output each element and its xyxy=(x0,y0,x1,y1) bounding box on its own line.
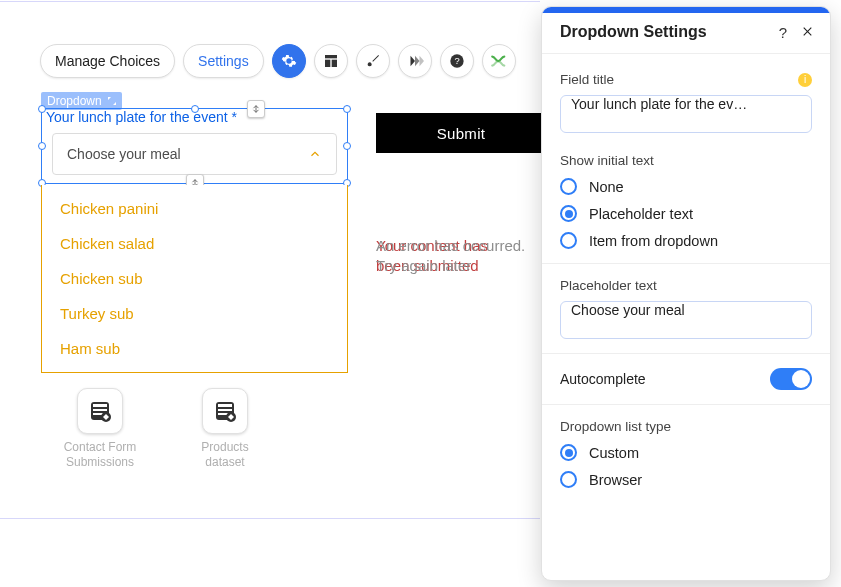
placeholder-text-label: Placeholder text xyxy=(560,278,657,293)
dropdown-placeholder: Choose your meal xyxy=(67,146,181,162)
svg-rect-2 xyxy=(331,60,336,67)
resize-handle[interactable] xyxy=(343,142,351,150)
svg-text:?: ? xyxy=(454,56,459,66)
svg-rect-1 xyxy=(325,60,330,67)
chevron-up-icon xyxy=(308,147,322,161)
radio-icon xyxy=(560,471,577,488)
resize-handle[interactable] xyxy=(191,105,199,113)
radio-item-from-dropdown[interactable]: Item from dropdown xyxy=(560,232,812,249)
dropdown-field[interactable]: Your lunch plate for the event * Choose … xyxy=(41,108,348,184)
help-icon: ? xyxy=(449,53,465,69)
submit-button[interactable]: Submit xyxy=(376,113,546,153)
help-button[interactable]: ? xyxy=(440,44,474,78)
expand-icon xyxy=(106,95,118,107)
dataset-icon xyxy=(213,399,237,423)
panel-close-button[interactable] xyxy=(801,24,814,41)
radio-icon xyxy=(560,205,577,222)
dataset-contact-form[interactable]: Contact FormSubmissions xyxy=(45,388,155,470)
manage-choices-button[interactable]: Manage Choices xyxy=(40,44,175,78)
radio-icon xyxy=(560,232,577,249)
padding-handle-top[interactable] xyxy=(247,100,265,118)
radio-list-browser[interactable]: Browser xyxy=(560,471,812,488)
autocomplete-label: Autocomplete xyxy=(560,371,646,387)
dataset-products[interactable]: Productsdataset xyxy=(170,388,280,470)
radio-icon xyxy=(560,178,577,195)
svg-rect-11 xyxy=(218,404,232,407)
svg-rect-7 xyxy=(93,409,107,411)
dev-icon xyxy=(490,54,508,68)
element-toolbar: Manage Choices Settings ? xyxy=(40,44,516,78)
radio-none[interactable]: None xyxy=(560,178,812,195)
dev-mode-button[interactable] xyxy=(482,44,516,78)
field-title-label: Field title xyxy=(560,72,614,87)
dropdown-option[interactable]: Chicken salad xyxy=(42,226,347,261)
check-icon xyxy=(795,373,807,385)
dropdown-option[interactable]: Turkey sub xyxy=(42,296,347,331)
field-title-input[interactable]: Your lunch plate for the ev… xyxy=(560,95,812,133)
dataset-icon xyxy=(88,399,112,423)
dropdown-settings-panel: Dropdown Settings ? Field title i Your l… xyxy=(541,6,831,581)
svg-rect-0 xyxy=(325,55,337,58)
design-gear-button[interactable] xyxy=(272,44,306,78)
dropdown-option[interactable]: Ham sub xyxy=(42,331,347,366)
animation-button[interactable] xyxy=(398,44,432,78)
resize-handle[interactable] xyxy=(38,105,46,113)
status-messages: An error has occurred. Try again later Y… xyxy=(376,236,546,277)
brush-button[interactable] xyxy=(356,44,390,78)
dropdown-trigger[interactable]: Choose your meal xyxy=(52,133,337,175)
panel-title: Dropdown Settings xyxy=(560,23,707,41)
selected-element-type: Dropdown xyxy=(47,94,102,108)
resize-handle[interactable] xyxy=(38,142,46,150)
radio-placeholder-text[interactable]: Placeholder text xyxy=(560,205,812,222)
layout-button[interactable] xyxy=(314,44,348,78)
layout-icon xyxy=(323,53,339,69)
autocomplete-toggle[interactable] xyxy=(770,368,812,390)
resize-handle[interactable] xyxy=(343,105,351,113)
dropdown-option[interactable]: Chicken panini xyxy=(42,191,347,226)
overlay-message: An error has occurred. Try again later xyxy=(376,236,525,277)
info-icon[interactable]: i xyxy=(798,73,812,87)
panel-help-button[interactable]: ? xyxy=(779,24,787,41)
dropdown-list-type-label: Dropdown list type xyxy=(560,419,671,434)
svg-rect-6 xyxy=(93,404,107,407)
show-initial-text-label: Show initial text xyxy=(560,153,654,168)
close-icon xyxy=(801,25,814,38)
dropdown-list: Chicken panini Chicken salad Chicken sub… xyxy=(41,185,348,373)
svg-rect-12 xyxy=(218,409,232,411)
settings-button[interactable]: Settings xyxy=(183,44,264,78)
radio-list-custom[interactable]: Custom xyxy=(560,444,812,461)
placeholder-text-input[interactable]: Choose your meal xyxy=(560,301,812,339)
brush-icon xyxy=(365,53,381,69)
gear-icon xyxy=(281,53,297,69)
radio-icon xyxy=(560,444,577,461)
dropdown-option[interactable]: Chicken sub xyxy=(42,261,347,296)
animation-icon xyxy=(406,54,424,68)
